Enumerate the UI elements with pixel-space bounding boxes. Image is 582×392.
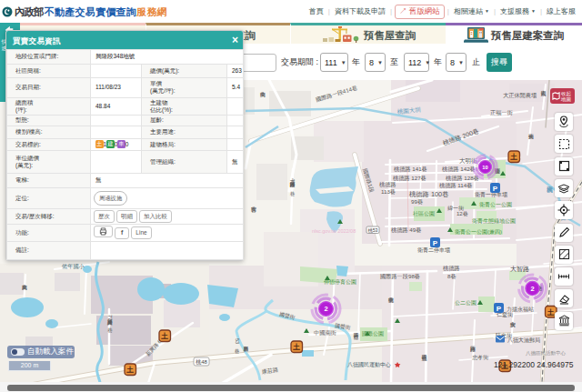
svg-text:桃德路 142巷: 桃德路 142巷 (442, 166, 476, 173)
svg-text:八德區民活動中心: 八德區民活動中心 (526, 350, 567, 357)
svg-text:衛青生態綠地公園: 衛青生態綠地公園 (472, 217, 516, 225)
svg-text:P: P (497, 305, 502, 313)
svg-text:nlsc.gov.tw 2022/08: nlsc.gov.tw 2022/08 (312, 228, 356, 234)
svg-text:正福一街: 正福一街 (490, 109, 514, 116)
svg-text:八德國民運動中心: 八德國民運動中心 (347, 361, 391, 368)
svg-text:桃德路 127巷: 桃德路 127巷 (393, 175, 426, 182)
svg-text:伸悟停育公園: 伸悟停育公園 (324, 278, 356, 286)
svg-text:10: 10 (482, 165, 487, 170)
svg-text:P: P (493, 185, 498, 193)
svg-text:2: 2 (324, 305, 327, 313)
svg-text:國際公園: 國際公園 (362, 330, 384, 337)
svg-text:國際路一段98巷: 國際路一段98巷 (380, 273, 420, 280)
svg-text:12巷: 12巷 (457, 211, 468, 216)
svg-text:2: 2 (530, 285, 534, 293)
svg-text:桃48: 桃48 (196, 359, 207, 366)
svg-text:P: P (433, 239, 438, 247)
svg-text:衛青公一公園(兼四): 衛青公一公園(兼四) (455, 228, 502, 236)
svg-text:公二公園: 公二公園 (455, 300, 477, 307)
svg-text:桃德路 141巷: 桃德路 141巷 (394, 166, 427, 173)
svg-text:桃德路: 桃德路 (443, 265, 460, 272)
svg-text:桃德路 100巷: 桃德路 100巷 (409, 190, 448, 198)
svg-text:桃德路 114巷: 桃德路 114巷 (439, 182, 472, 189)
svg-text:土: 土 (509, 153, 517, 161)
svg-text:113巷: 113巷 (381, 188, 396, 195)
svg-text:八德大湳郵局: 八德大湳郵局 (507, 337, 540, 344)
svg-text:大智路: 大智路 (510, 266, 529, 273)
svg-text:桃德路: 桃德路 (379, 181, 396, 188)
svg-text:衛青二停車場: 衛青二停車場 (417, 246, 450, 254)
svg-text:社區公園: 社區公園 (413, 210, 435, 217)
svg-text:土: 土 (160, 332, 168, 340)
svg-text:土: 土 (125, 366, 134, 374)
svg-text:桃德路 49巷: 桃德路 49巷 (391, 226, 421, 234)
svg-text:99巷: 99巷 (411, 198, 423, 205)
svg-text:衛青公一公園: 衛青公一公園 (479, 201, 512, 208)
svg-text:桃德路 128巷: 桃德路 128巷 (446, 175, 479, 182)
svg-text:忠孝街: 忠孝街 (472, 355, 489, 361)
svg-text:8巷: 8巷 (447, 273, 457, 279)
svg-text:土: 土 (292, 343, 300, 351)
svg-text:佑年國小: 佑年國小 (62, 263, 85, 270)
svg-text:桃53: 桃53 (368, 227, 378, 234)
svg-text:土: 土 (547, 308, 555, 317)
svg-text:中國南街: 中國南街 (314, 329, 337, 337)
svg-text:大正休閒農場: 大正休閒農場 (503, 92, 537, 99)
